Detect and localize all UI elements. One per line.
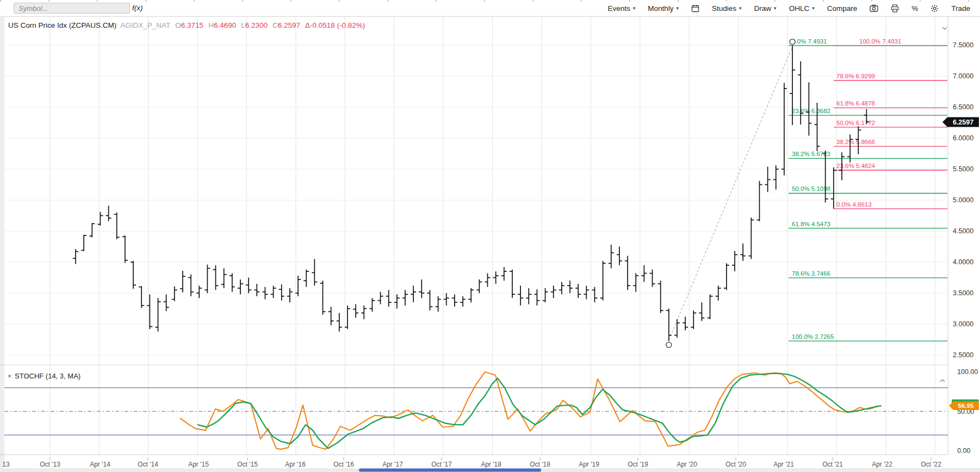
- time-axis-label: Oct '15: [237, 461, 258, 468]
- fib-label-red: 100.0% 7.4931: [859, 38, 901, 45]
- ohlc-bar: [361, 306, 367, 319]
- ohlc-bar: [394, 294, 400, 308]
- close-label: C: [272, 21, 278, 29]
- ohlc-bar: [756, 181, 762, 221]
- ohlc-bar: [641, 265, 647, 282]
- time-axis-label: 13: [2, 461, 10, 468]
- stoch-scale-label: 100.00: [957, 368, 978, 376]
- ohlc-bar: [534, 289, 539, 306]
- ohlc-bar: [650, 270, 655, 287]
- chart-title-bar: US Corn Price Idx (ZCPAUS.CM)AGIDX_P_NAT…: [8, 21, 365, 29]
- low-label: L: [241, 21, 245, 29]
- fib-label-green: 61.8% 4.5473: [792, 221, 830, 227]
- stoch-k-line: [181, 372, 879, 449]
- ohlc-bar: [567, 281, 573, 293]
- fib-label-green: 0.0% 7.4931: [792, 38, 827, 45]
- ohlc-bar: [279, 284, 284, 301]
- stoch-panel-collapse-chevron-up-icon[interactable]: [939, 375, 946, 385]
- fib-label-red: 0.0% 4.8613: [836, 201, 872, 208]
- ohlc-bar: [584, 285, 589, 299]
- fib-label-red: 50.0% 6.1772: [836, 120, 875, 126]
- ohlc-bar: [419, 280, 424, 298]
- ohlc-bar: [444, 293, 449, 306]
- ohlc-bar: [708, 294, 713, 319]
- time-axis-label: Oct '19: [628, 461, 648, 468]
- ohlc-bar: [732, 251, 737, 271]
- fib-label-green: 78.6% 3.7466: [792, 270, 830, 277]
- ohlc-bar: [312, 259, 317, 285]
- ohlc-bar: [460, 296, 466, 307]
- scrollbar-thumb[interactable]: [359, 469, 541, 472]
- swing-low-marker[interactable]: [666, 342, 672, 347]
- ohlc-bar: [518, 285, 523, 305]
- ohlc-bar: [386, 290, 392, 307]
- ohlc-bar: [781, 83, 787, 176]
- left-gutter: [0, 16, 4, 469]
- main-panel-collapse-chevron-down-icon[interactable]: [941, 23, 948, 33]
- stoch-value-badge-text: 56.95: [958, 402, 974, 409]
- ohlc-bar: [230, 274, 235, 292]
- ohlc-bar: [204, 265, 210, 293]
- price-axis-label: 5.5000: [953, 165, 973, 173]
- close-icon[interactable]: ×: [8, 372, 11, 380]
- close-value: 6.2597: [278, 21, 300, 29]
- ohlc-bar: [510, 270, 515, 298]
- ohlc-bar: [328, 307, 334, 325]
- chart-canvas[interactable]: 7.50007.00006.50006.00005.50005.00004.50…: [0, 0, 980, 472]
- ohlc-bar: [452, 294, 457, 307]
- ohlc-bar: [748, 218, 754, 259]
- ohlc-bar: [221, 268, 227, 288]
- change-value: Δ-0.0518 (-0.82%): [305, 21, 365, 29]
- stoch-scale-label: 0.00: [957, 447, 970, 455]
- page-title: US Corn Price Idx (ZCPAUS.CM): [8, 21, 116, 29]
- time-axis-label: Oct '18: [530, 461, 550, 468]
- open-label: O: [175, 21, 181, 29]
- ohlc-bar: [213, 265, 219, 290]
- ohlc-bar: [493, 271, 499, 284]
- ohlc-bar: [73, 249, 78, 264]
- ohlc-bar: [139, 286, 144, 308]
- ohlc-bar: [476, 280, 482, 293]
- ohlc-bar: [674, 319, 680, 338]
- ohlc-bar: [172, 286, 177, 301]
- time-axis-label: Oct '20: [725, 461, 746, 468]
- time-axis-label: Apr '14: [90, 461, 110, 468]
- time-axis-label: Apr '17: [382, 461, 403, 468]
- time-axis-label: Apr '15: [188, 461, 209, 468]
- time-axis-label: Apr '16: [285, 461, 306, 468]
- stoch-indicator-label[interactable]: STOCHF (14, 3, MA): [15, 372, 80, 380]
- ohlc-bar: [625, 256, 630, 290]
- price-axis-label: 3.5000: [953, 289, 973, 297]
- ohlc-bar: [114, 213, 120, 239]
- ohlc-bar: [353, 305, 358, 318]
- ohlc-bar: [609, 245, 614, 268]
- ohlc-bar: [369, 298, 375, 312]
- ohlc-bar: [164, 294, 169, 311]
- trendline[interactable]: [669, 47, 792, 340]
- ohlc-bar: [501, 267, 507, 281]
- fib-label-green: 100.0% 2.7265: [792, 333, 834, 340]
- stoch-ma-line: [198, 374, 881, 449]
- ohlc-bar: [271, 285, 276, 298]
- time-axis-label: Apr '19: [579, 461, 599, 468]
- ohlc-bar: [683, 316, 688, 330]
- open-value: 6.3715: [181, 21, 203, 29]
- swing-high-marker[interactable]: [790, 39, 795, 45]
- charting-app: f(x) Events▾ Monthly▾ Studies▾ Draw▾ OHL…: [0, 0, 980, 472]
- fib-label-green: 38.2% 5.6723: [792, 151, 830, 157]
- ohlc-bar: [287, 288, 293, 302]
- ohlc-bar: [106, 206, 111, 221]
- time-axis-label: Apr '22: [872, 461, 892, 468]
- low-value: 6.2300: [245, 21, 268, 29]
- ohlc-bar: [485, 274, 491, 287]
- price-axis-label: 3.0000: [953, 320, 973, 328]
- ohlc-bar: [97, 212, 103, 226]
- ohlc-bar: [543, 288, 548, 302]
- time-axis-label: Oct '13: [40, 461, 60, 468]
- ohlc-bar: [658, 281, 663, 313]
- ohlc-bar: [303, 270, 309, 287]
- ohlc-bar: [526, 288, 531, 305]
- ohlc-bar: [89, 223, 95, 237]
- ohlc-bar: [592, 287, 597, 303]
- time-axis-label: Oct '17: [431, 461, 452, 468]
